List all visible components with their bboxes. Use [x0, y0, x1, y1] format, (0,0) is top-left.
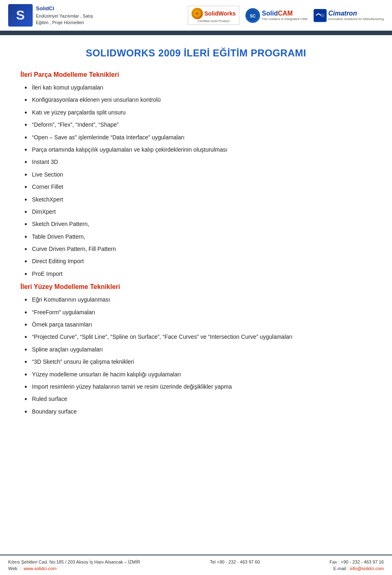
solidcam-sub: The Leaders in Integrated CAM: [262, 17, 307, 21]
solidworks-logo: SolidWorks Certified Gold Product: [188, 6, 240, 25]
cimatron-logo: Cimatron Innovative Solutions for Manufa…: [314, 9, 384, 22]
cimatron-sub: Innovative Solutions for Manufacturing: [328, 17, 384, 21]
list-item: Boundary surface: [20, 407, 372, 417]
footer-row2: Web : www.solidci.com E-mail : info@soli…: [8, 566, 384, 571]
tagline-line1: Endüstriyel Yazılımlar , Satış: [36, 13, 93, 18]
list-item: Live Section: [20, 170, 372, 180]
list-item: Örnek parça tasarımları: [20, 320, 372, 330]
list-item: Sketch Driven Pattern,: [20, 220, 372, 229]
list-item: DimXpert: [20, 208, 372, 217]
main-content: SOLIDWORKS 2009 İLERİ EĞİTİM PROGRAMI İl…: [0, 35, 392, 429]
solidci-logo-icon: [8, 4, 33, 27]
section1-list: İleri katı komut uygulamaları Konfigüras…: [20, 83, 372, 279]
footer: Kıbrıs Şehitleri Cad. No:185 / 203 Aksoy…: [0, 555, 392, 575]
footer-web-link[interactable]: www.solidci.com: [24, 566, 57, 571]
solidcam-logo: SC SolidCAM The Leaders in Integrated CA…: [245, 8, 307, 23]
header-divider: [0, 32, 392, 35]
list-item: Curve Driven Pattern, Fill Pattern: [20, 245, 372, 254]
footer-tel: Tel +90 - 232 - 463 97 60: [210, 559, 260, 564]
cimatron-icon: [314, 9, 327, 22]
list-item: Direct Editing Import: [20, 257, 372, 266]
list-item: “Open – Save as” işlemlerinde “Data Inte…: [20, 133, 372, 143]
list-item: “Projected Curve”, “Split Line”, “Spline…: [20, 333, 372, 342]
svg-point-4: [321, 13, 325, 18]
footer-email-link[interactable]: info@solidci.com: [350, 566, 384, 571]
list-item: “3D Sketch” unsuru ile çalışma teknikler…: [20, 358, 372, 367]
list-item: Spline araçları uygulamaları: [20, 345, 372, 355]
section1-title: İleri Parça Modelleme Teknikleri: [20, 71, 372, 78]
list-item: Table Driven Pattern,: [20, 233, 372, 242]
solidworks-name: SolidWorks: [205, 10, 236, 17]
solidcam-text-block: SolidCAM The Leaders in Integrated CAM: [262, 10, 307, 21]
list-item: Instant 3D: [20, 158, 372, 167]
list-item: Corner Fillet: [20, 183, 372, 192]
solidworks-icon: [192, 8, 203, 19]
solidci-company-name: SolidCi: [36, 5, 54, 11]
list-item: Yüzey modelleme unsurları ile hacim kalı…: [20, 370, 372, 380]
list-item: Katı ve yüzey parçalarda split unsuru: [20, 108, 372, 118]
list-item: “FreeForm” uygulamaları: [20, 308, 372, 318]
svg-text:SC: SC: [250, 14, 256, 18]
footer-row1: Kıbrıs Şehitleri Cad. No:185 / 203 Aksoy…: [8, 559, 384, 564]
list-item: Import resimlerin yüzey hatalarının tami…: [20, 383, 372, 392]
solidworks-certified: Certified Gold Product: [198, 19, 230, 23]
header: SolidCi Endüstriyel Yazılımlar , Satış E…: [0, 0, 392, 32]
cimatron-text-block: Cimatron Innovative Solutions for Manufa…: [328, 10, 384, 21]
section2-title: İleri Yüzey Modelleme Teknikleri: [20, 283, 372, 291]
partner-logos: SolidWorks Certified Gold Product SC Sol…: [188, 6, 384, 25]
list-item: Parça ortamında kalıpçılık uygulamaları …: [20, 145, 372, 155]
section2-list: Eğri Komutlarının uygulanması “FreeForm”…: [20, 295, 372, 417]
list-item: Konfigürasyonlara eklenen yeni unsurları…: [20, 96, 372, 105]
list-item: ProE Import: [20, 270, 372, 279]
solidcam-name: SolidCAM: [262, 10, 307, 17]
page-title: SOLIDWORKS 2009 İLERİ EĞİTİM PROGRAMI: [20, 47, 372, 59]
tagline-line2: Eğitim , Proje Hizmetleri: [36, 20, 84, 25]
list-item: SketchXpert: [20, 195, 372, 205]
solidworks-top: SolidWorks: [192, 8, 236, 19]
footer-web: Web : www.solidci.com: [8, 566, 56, 571]
list-item: İleri katı komut uygulamaları: [20, 83, 372, 93]
list-item: Ruled surface: [20, 395, 372, 404]
solidcam-icon: SC: [245, 8, 260, 23]
cimatron-name: Cimatron: [328, 10, 384, 17]
solidci-logo: SolidCi Endüstriyel Yazılımlar , Satış E…: [8, 4, 93, 27]
footer-fax: Fax : +90 - 232 - 463 97 16: [330, 559, 384, 564]
list-item: “Deform”, “Flex”, “Indent”, “Shape”: [20, 121, 372, 130]
list-item: Eğri Komutlarının uygulanması: [20, 295, 372, 305]
solidci-tagline: SolidCi Endüstriyel Yazılımlar , Satış E…: [36, 4, 93, 26]
footer-email: E-mail : info@solidci.com: [333, 566, 384, 571]
footer-address: Kıbrıs Şehitleri Cad. No:185 / 203 Aksoy…: [8, 559, 140, 564]
